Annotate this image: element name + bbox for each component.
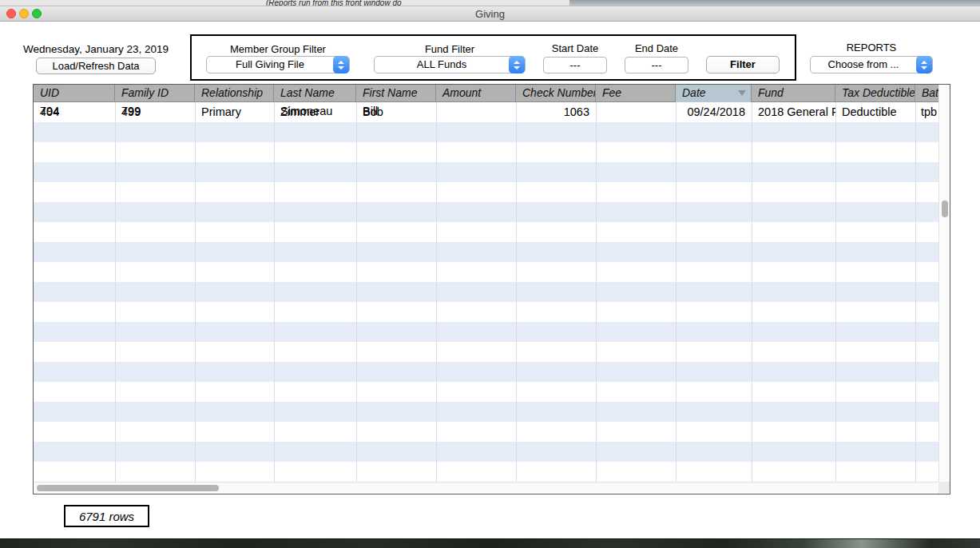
column-header-amount[interactable]: Amount	[436, 85, 516, 102]
cell-tax-deductible: Deductible	[835, 102, 915, 122]
giving-table: UID Family ID Relationship Last Name Fir…	[33, 84, 950, 494]
cell-fund: 2018 General Fund	[752, 102, 835, 122]
table-body: 404 794 499 799 Primary Zimmer Simoneau …	[34, 102, 939, 482]
table-header-row: UID Family ID Relationship Last Name Fir…	[34, 85, 939, 102]
horizontal-scrollbar[interactable]	[34, 482, 939, 493]
row-count-badge: 6791 rows	[64, 505, 149, 527]
stepper-icon	[333, 56, 349, 73]
member-group-filter-value: Full Giving File	[207, 57, 333, 73]
column-header-check-number[interactable]: Check Number	[516, 85, 596, 102]
reports-select[interactable]: Choose from ...	[810, 56, 933, 73]
current-date-label: Wednesday, January 23, 2019	[10, 43, 182, 55]
start-date-label: Start Date	[543, 42, 607, 54]
scrollbar-corner	[938, 482, 950, 493]
cell-last-name: Zimmer Simoneau	[274, 102, 356, 122]
stepper-icon	[916, 56, 932, 73]
column-header-fund[interactable]: Fund	[752, 85, 835, 102]
sort-descending-icon	[738, 90, 746, 96]
cell-family-id-layer: 799	[121, 105, 141, 117]
cell-uid: 404 794	[34, 102, 115, 122]
background-window-edge: (Reports run from this front window do	[0, 0, 980, 6]
member-group-filter-label: Member Group Filter	[206, 43, 350, 55]
background-window-text: (Reports run from this front window do	[266, 0, 402, 6]
stepper-icon	[509, 56, 525, 73]
column-header-uid[interactable]: UID	[34, 85, 115, 102]
load-refresh-button[interactable]: Load/Refresh Data	[36, 58, 156, 74]
cell-date: 09/24/2018	[676, 102, 752, 122]
start-date-field[interactable]: ---	[543, 57, 607, 73]
cell-last-name-layer: Simoneau	[280, 105, 332, 117]
reports-value: Choose from ...	[811, 57, 916, 73]
grid-area: UID Family ID Relationship Last Name Fir…	[34, 85, 939, 494]
giving-window: Giving Wednesday, January 23, 2019 Load/…	[0, 6, 980, 538]
window-title: Giving	[0, 6, 980, 22]
cell-check-number: 1063	[516, 102, 596, 122]
background-window-titlebar	[569, 0, 980, 6]
cell-amount	[436, 102, 516, 122]
column-header-batch[interactable]: Batch	[915, 85, 939, 102]
reports-label: REPORTS	[810, 42, 933, 54]
filter-button[interactable]: Filter	[706, 56, 780, 73]
cell-fee	[596, 102, 676, 122]
minimize-button[interactable]	[19, 9, 29, 18]
column-header-last-name[interactable]: Last Name	[274, 85, 356, 102]
close-button[interactable]	[6, 9, 16, 18]
zoom-button[interactable]	[32, 9, 42, 18]
cell-first-name-layer: Bill	[363, 105, 378, 117]
column-header-family-id[interactable]: Family ID	[115, 85, 195, 102]
column-header-relationship[interactable]: Relationship	[195, 85, 274, 102]
end-date-label: End Date	[625, 42, 688, 54]
cell-family-id: 499 799	[115, 102, 195, 122]
column-header-date[interactable]: Date	[676, 85, 752, 102]
column-header-fee[interactable]: Fee	[596, 85, 676, 102]
cell-first-name: Bob Bill	[356, 102, 436, 122]
fund-filter-select[interactable]: ALL Funds	[374, 56, 526, 73]
end-date-field[interactable]: ---	[625, 57, 688, 73]
member-group-filter-select[interactable]: Full Giving File	[206, 56, 350, 73]
horizontal-scrollbar-thumb[interactable]	[37, 485, 219, 491]
column-header-date-label: Date	[682, 86, 706, 99]
cell-relationship: Primary	[195, 102, 274, 122]
fund-filter-label: Fund Filter	[374, 43, 526, 55]
vertical-scrollbar-thumb[interactable]	[942, 201, 948, 217]
titlebar: Giving	[0, 6, 980, 22]
column-header-tax-deductible[interactable]: Tax Deductible	[835, 85, 915, 102]
column-header-first-name[interactable]: First Name	[356, 85, 436, 102]
cell-uid-layer: 794	[40, 105, 59, 117]
desktop-wallpaper-strip	[0, 538, 980, 548]
cell-batch: tpb	[915, 102, 939, 122]
fund-filter-value: ALL Funds	[375, 57, 509, 73]
vertical-scrollbar[interactable]	[938, 85, 950, 494]
table-row[interactable]: 404 794 499 799 Primary Zimmer Simoneau …	[34, 102, 939, 122]
